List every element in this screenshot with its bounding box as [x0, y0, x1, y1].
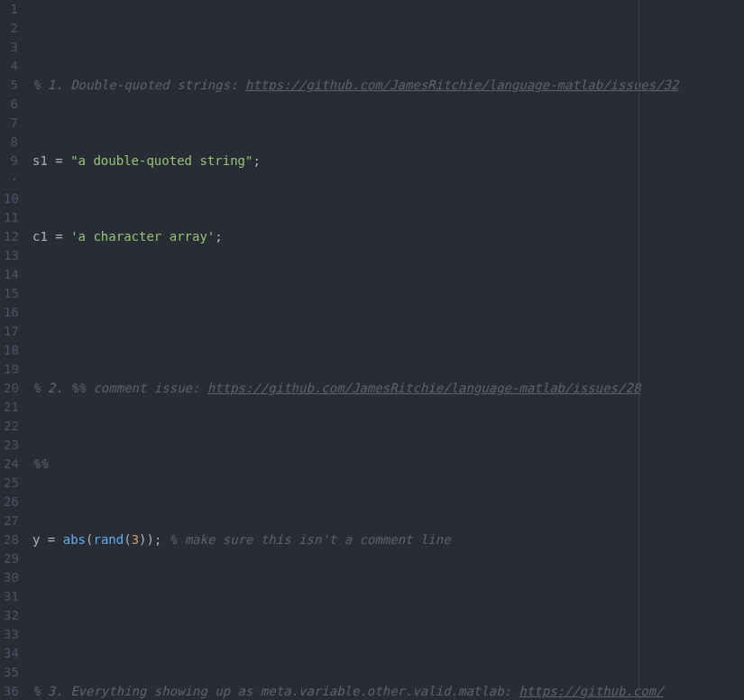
- line-number: 19: [4, 360, 18, 379]
- semicolon: ;: [215, 229, 222, 244]
- operator: =: [48, 153, 70, 168]
- comment-url[interactable]: https://github.com/JamesRitchie/language…: [245, 78, 678, 92]
- line-number: 23: [4, 436, 18, 455]
- line-number: 4: [4, 57, 18, 76]
- number: 3: [132, 532, 139, 547]
- code-line[interactable]: % 1. Double-quoted strings: https://gith…: [32, 76, 744, 95]
- fold-marker-icon[interactable]: ·: [4, 170, 18, 189]
- line-number: 30: [4, 568, 18, 587]
- line-number: 31: [4, 587, 18, 606]
- paren: (: [124, 532, 131, 547]
- line-number: 33: [4, 625, 18, 644]
- operator: =: [48, 229, 70, 244]
- line-number: 24: [4, 455, 18, 474]
- code-line[interactable]: s1 = "a double-quoted string";: [32, 152, 744, 170]
- line-number: 6: [4, 95, 18, 114]
- line-number: 10: [4, 189, 18, 208]
- function-name: abs: [63, 532, 86, 547]
- string: 'a character array': [70, 229, 215, 244]
- line-number: 2: [4, 19, 18, 38]
- comment: % 1. Double-quoted strings:: [32, 78, 245, 92]
- variable: s1: [32, 153, 48, 168]
- line-number: 14: [4, 265, 18, 284]
- comment: % 2. %% comment issue:: [32, 381, 207, 395]
- function-name: rand: [93, 532, 124, 547]
- line-number: 1: [4, 0, 18, 19]
- line-number: 17: [4, 322, 18, 341]
- line-number: 21: [4, 398, 18, 417]
- line-number: 15: [4, 284, 18, 303]
- line-number: 20: [4, 379, 18, 398]
- code-line[interactable]: % 2. %% comment issue: https://github.co…: [32, 379, 744, 398]
- line-number: 12: [4, 227, 18, 246]
- code-line[interactable]: y = abs(rand(3)); % make sure this isn't…: [32, 530, 744, 549]
- operator: =: [40, 532, 62, 547]
- line-number: 8: [4, 133, 18, 152]
- code-line[interactable]: c1 = 'a character array';: [32, 227, 744, 246]
- comment: % 3. Everything showing up as meta.varia…: [32, 684, 519, 698]
- line-number: 7: [4, 114, 18, 133]
- comment-url[interactable]: https://github.com/: [519, 684, 663, 698]
- line-number: 26: [4, 493, 18, 511]
- line-number: 29: [4, 549, 18, 568]
- line-number: 28: [4, 530, 18, 549]
- line-number: 34: [4, 644, 18, 663]
- line-number: 25: [4, 474, 18, 493]
- line-number: 32: [4, 606, 18, 625]
- code-editor[interactable]: 1 2 3 4 5 6 7 8 9 · 10 11 12 13 14 15 16…: [0, 0, 744, 700]
- variable: c1: [32, 229, 48, 244]
- comment-url[interactable]: https://github.com/JamesRitchie/language…: [207, 381, 640, 395]
- code-line[interactable]: % 3. Everything showing up as meta.varia…: [32, 682, 744, 700]
- code-line[interactable]: %%: [32, 455, 744, 474]
- line-number: 13: [4, 246, 18, 265]
- line-number: 18: [4, 341, 18, 360]
- line-number: 5: [4, 76, 18, 95]
- line-number: 35: [4, 663, 18, 682]
- line-number: 16: [4, 303, 18, 322]
- line-number: 3: [4, 38, 18, 57]
- code-line[interactable]: [32, 606, 744, 625]
- paren: ));: [139, 532, 161, 547]
- wrap-guide: [638, 0, 639, 700]
- semicolon: ;: [253, 153, 260, 168]
- code-area[interactable]: % 1. Double-quoted strings: https://gith…: [25, 0, 744, 700]
- comment: % make sure this isn't a comment line: [170, 532, 451, 547]
- code-line[interactable]: [32, 303, 744, 322]
- line-number-gutter: 1 2 3 4 5 6 7 8 9 · 10 11 12 13 14 15 16…: [0, 0, 25, 700]
- comment: %%: [32, 456, 48, 471]
- line-number: 36: [4, 682, 18, 700]
- line-number: 22: [4, 417, 18, 436]
- line-number: 9: [4, 152, 18, 170]
- line-number: 27: [4, 511, 18, 530]
- space: [161, 532, 169, 547]
- string: "a double-quoted string": [70, 153, 253, 168]
- line-number: 11: [4, 208, 18, 227]
